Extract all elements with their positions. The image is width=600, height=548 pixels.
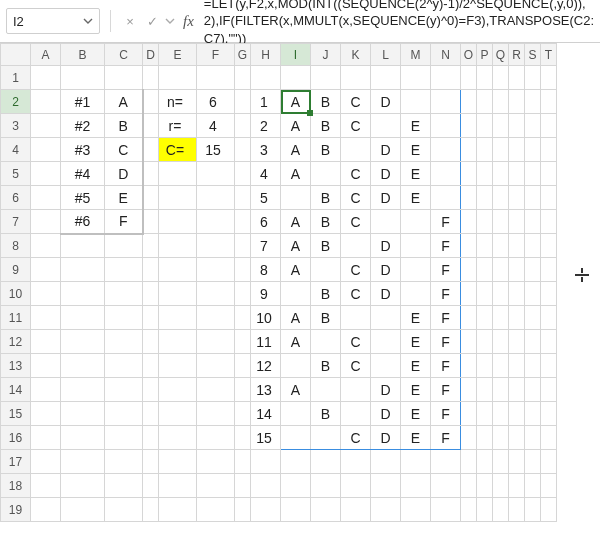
cell-S17[interactable] [525, 450, 541, 474]
cell-J15[interactable]: B [311, 402, 341, 426]
cell-T19[interactable] [541, 498, 557, 522]
cell-S11[interactable] [525, 306, 541, 330]
cell-A3[interactable] [31, 114, 61, 138]
cell-S6[interactable] [525, 186, 541, 210]
cell-E10[interactable] [159, 282, 197, 306]
cell-R1[interactable] [509, 66, 525, 90]
cell-I1[interactable] [281, 66, 311, 90]
cell-L7[interactable] [371, 210, 401, 234]
cell-F10[interactable] [197, 282, 235, 306]
cell-A13[interactable] [31, 354, 61, 378]
row-header-15[interactable]: 15 [1, 402, 31, 426]
cell-I14[interactable]: A [281, 378, 311, 402]
cell-B1[interactable] [61, 66, 105, 90]
cell-R15[interactable] [509, 402, 525, 426]
cell-M19[interactable] [401, 498, 431, 522]
cell-H15[interactable]: 14 [251, 402, 281, 426]
cell-G13[interactable] [235, 354, 251, 378]
cell-H7[interactable]: 6 [251, 210, 281, 234]
cell-H18[interactable] [251, 474, 281, 498]
cell-B12[interactable] [61, 330, 105, 354]
cell-T16[interactable] [541, 426, 557, 450]
cell-C8[interactable] [105, 234, 143, 258]
cell-R13[interactable] [509, 354, 525, 378]
cell-J8[interactable]: B [311, 234, 341, 258]
cell-D7[interactable] [143, 210, 159, 234]
cell-L19[interactable] [371, 498, 401, 522]
cell-A1[interactable] [31, 66, 61, 90]
row-header-6[interactable]: 6 [1, 186, 31, 210]
cell-J9[interactable] [311, 258, 341, 282]
cell-H17[interactable] [251, 450, 281, 474]
cell-H10[interactable]: 9 [251, 282, 281, 306]
cell-B8[interactable] [61, 234, 105, 258]
cell-T9[interactable] [541, 258, 557, 282]
row-header-19[interactable]: 19 [1, 498, 31, 522]
chevron-down-icon[interactable] [83, 16, 93, 26]
cell-G14[interactable] [235, 378, 251, 402]
cell-N2[interactable] [431, 90, 461, 114]
cell-G10[interactable] [235, 282, 251, 306]
cell-M18[interactable] [401, 474, 431, 498]
cell-Q7[interactable] [493, 210, 509, 234]
cell-H16[interactable]: 15 [251, 426, 281, 450]
cell-A15[interactable] [31, 402, 61, 426]
cell-F14[interactable] [197, 378, 235, 402]
cell-K15[interactable] [341, 402, 371, 426]
cell-S16[interactable] [525, 426, 541, 450]
cell-K10[interactable]: C [341, 282, 371, 306]
cell-T13[interactable] [541, 354, 557, 378]
cell-R4[interactable] [509, 138, 525, 162]
cell-P12[interactable] [477, 330, 493, 354]
cell-C1[interactable] [105, 66, 143, 90]
cell-N5[interactable] [431, 162, 461, 186]
cell-N17[interactable] [431, 450, 461, 474]
cell-R2[interactable] [509, 90, 525, 114]
cell-A17[interactable] [31, 450, 61, 474]
cell-B7[interactable]: #6 [61, 210, 105, 234]
cell-G4[interactable] [235, 138, 251, 162]
cell-K6[interactable]: C [341, 186, 371, 210]
cell-F8[interactable] [197, 234, 235, 258]
cell-B11[interactable] [61, 306, 105, 330]
cell-C16[interactable] [105, 426, 143, 450]
cell-B6[interactable]: #5 [61, 186, 105, 210]
cell-G7[interactable] [235, 210, 251, 234]
col-header-L[interactable]: L [371, 44, 401, 66]
cell-E13[interactable] [159, 354, 197, 378]
cell-T4[interactable] [541, 138, 557, 162]
cell-K19[interactable] [341, 498, 371, 522]
cell-E6[interactable] [159, 186, 197, 210]
cell-D13[interactable] [143, 354, 159, 378]
cell-F6[interactable] [197, 186, 235, 210]
cell-H12[interactable]: 11 [251, 330, 281, 354]
row-header-4[interactable]: 4 [1, 138, 31, 162]
row-header-2[interactable]: 2 [1, 90, 31, 114]
cell-J6[interactable]: B [311, 186, 341, 210]
col-header-R[interactable]: R [509, 44, 525, 66]
cell-D19[interactable] [143, 498, 159, 522]
fx-label[interactable]: fx [183, 13, 194, 30]
cell-R17[interactable] [509, 450, 525, 474]
cell-A7[interactable] [31, 210, 61, 234]
cell-K7[interactable]: C [341, 210, 371, 234]
cell-O19[interactable] [461, 498, 477, 522]
cell-A4[interactable] [31, 138, 61, 162]
cell-C10[interactable] [105, 282, 143, 306]
row-header-5[interactable]: 5 [1, 162, 31, 186]
cell-M10[interactable] [401, 282, 431, 306]
cell-L1[interactable] [371, 66, 401, 90]
cell-L8[interactable]: D [371, 234, 401, 258]
cell-G15[interactable] [235, 402, 251, 426]
cell-I18[interactable] [281, 474, 311, 498]
cell-C2[interactable]: A [105, 90, 143, 114]
row-header-11[interactable]: 11 [1, 306, 31, 330]
cell-K11[interactable] [341, 306, 371, 330]
cell-H6[interactable]: 5 [251, 186, 281, 210]
cell-O3[interactable] [461, 114, 477, 138]
cell-J19[interactable] [311, 498, 341, 522]
col-header-O[interactable]: O [461, 44, 477, 66]
cell-F13[interactable] [197, 354, 235, 378]
cell-D3[interactable] [143, 114, 159, 138]
cell-O11[interactable] [461, 306, 477, 330]
